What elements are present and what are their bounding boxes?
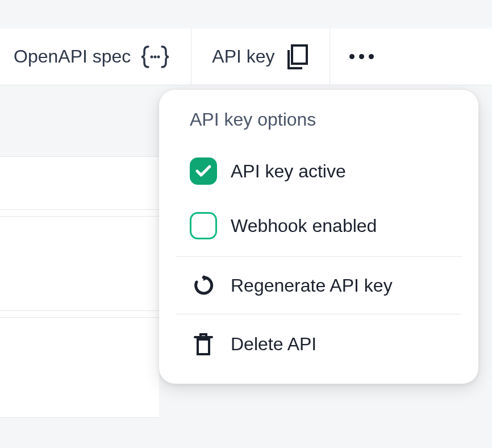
delete-api-button[interactable]: Delete API: [159, 318, 478, 370]
webhook-enabled-label: Webhook enabled: [231, 215, 448, 237]
toolbar: OpenAPI spec API key: [0, 28, 492, 85]
svg-rect-4: [198, 339, 209, 354]
api-key-active-label: API key active: [231, 161, 448, 182]
more-options-button[interactable]: [330, 28, 393, 85]
dropdown-title: API key options: [159, 109, 478, 144]
divider: [0, 317, 159, 318]
svg-rect-3: [292, 45, 307, 64]
copy-icon: [284, 43, 309, 70]
refresh-icon: [190, 274, 217, 297]
svg-point-1: [154, 55, 157, 58]
openapi-spec-label: OpenAPI spec: [14, 46, 131, 67]
api-key-button[interactable]: API key: [191, 28, 330, 85]
checkbox-unchecked-icon: [190, 212, 217, 239]
svg-point-2: [157, 55, 160, 58]
webhook-enabled-toggle[interactable]: Webhook enabled: [159, 198, 478, 253]
background-panel: [0, 156, 159, 418]
menu-divider: [176, 314, 461, 314]
delete-label: Delete API: [231, 334, 448, 355]
menu-divider: [176, 256, 461, 257]
trash-icon: [190, 331, 217, 356]
api-key-options-menu: API key options API key active Webhook e…: [159, 90, 478, 384]
braces-icon: [140, 44, 170, 69]
regenerate-label: Regenerate API key: [231, 275, 448, 296]
api-key-label: API key: [212, 46, 274, 67]
openapi-spec-button[interactable]: OpenAPI spec: [0, 28, 191, 85]
api-key-active-toggle[interactable]: API key active: [159, 144, 478, 198]
divider: [0, 209, 159, 210]
ellipsis-icon: [349, 54, 374, 59]
divider: [0, 310, 159, 311]
regenerate-api-key-button[interactable]: Regenerate API key: [159, 260, 478, 310]
divider: [0, 216, 159, 217]
svg-point-0: [151, 55, 153, 58]
checkbox-checked-icon: [190, 157, 217, 185]
